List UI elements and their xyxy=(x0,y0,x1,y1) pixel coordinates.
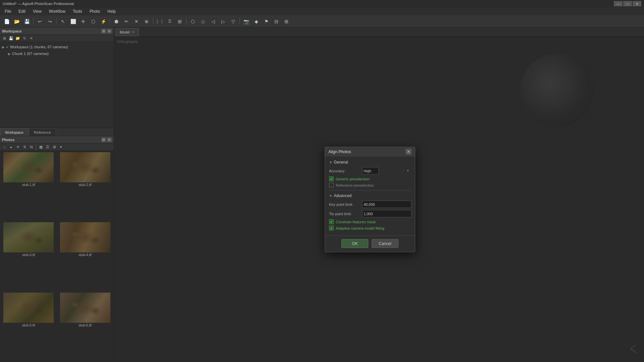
tie-point-input[interactable] xyxy=(362,210,412,218)
photo-thumb-2 xyxy=(60,152,110,182)
workspace-float-button[interactable]: ⊟ xyxy=(101,29,106,34)
ws-save-button[interactable]: 💾 xyxy=(8,36,14,42)
polygon-button[interactable]: ⬟ xyxy=(112,17,121,26)
reference-preselection-label: Reference preselection xyxy=(336,183,374,187)
model-tab-close-icon[interactable]: ✕ xyxy=(132,30,135,34)
app-title: Untitled* — Agisoft PhotoScan Profession… xyxy=(3,2,74,6)
model-tab[interactable]: Model ✕ xyxy=(115,28,139,36)
grid-button[interactable]: ⋮⋮ xyxy=(155,17,164,26)
layer-button[interactable]: ⊟ xyxy=(272,17,281,26)
ws-refresh-button[interactable]: ↻ xyxy=(21,36,28,42)
scale-button[interactable]: ⚡ xyxy=(99,17,108,26)
move-button[interactable]: ✛ xyxy=(78,17,88,26)
ok-button[interactable]: OK xyxy=(341,239,368,248)
menu-bar: File Edit View Workflow Tools Photo Help xyxy=(0,7,644,15)
view5-button[interactable]: ▽ xyxy=(228,17,238,26)
dialog-body: ▼ General Accuracy: Lowest Low Medium xyxy=(325,157,415,236)
marker-button[interactable]: ◆ xyxy=(252,17,261,26)
advanced-section-header[interactable]: ▼ Advanced xyxy=(329,193,411,198)
workspace-panel-header: Workspace ⊟ ✕ xyxy=(0,27,114,35)
cancel-button[interactable]: Cancel xyxy=(372,239,398,248)
adaptive-camera-row[interactable]: ✔ Adaptive camera model fitting xyxy=(329,226,411,231)
ws-remove-button[interactable]: ✕ xyxy=(28,36,34,42)
photos-remove-btn[interactable]: ✕ xyxy=(15,144,21,150)
ws-add-chunk-button[interactable]: ⊞ xyxy=(1,36,7,42)
transform-button[interactable]: ⊞ xyxy=(282,17,291,26)
photos-move-btn[interactable]: ⇅ xyxy=(21,144,28,150)
photos-float-button[interactable]: ⊟ xyxy=(101,137,106,142)
accuracy-select[interactable]: Lowest Low Medium High Highest xyxy=(362,167,379,175)
new-button[interactable]: 📄 xyxy=(2,17,11,26)
view1-button[interactable]: ⬡ xyxy=(188,17,198,26)
rotate-button[interactable]: ⬡ xyxy=(89,17,98,26)
photo-item-1[interactable]: stub-1.tif xyxy=(1,152,57,221)
view4-button[interactable]: ▷ xyxy=(218,17,228,26)
generic-preselection-checkbox[interactable]: ✔ xyxy=(329,177,334,181)
photos-active-btn[interactable]: ● xyxy=(8,144,14,150)
photos-detail-view-btn[interactable]: ⊞ xyxy=(51,144,57,150)
general-section-header[interactable]: ▼ General xyxy=(329,160,411,165)
open-button[interactable]: 📂 xyxy=(12,17,21,26)
link-button[interactable]: ⊕ xyxy=(142,17,151,26)
view2-button[interactable]: ◇ xyxy=(198,17,208,26)
tree-item-workspace[interactable]: ▶ ✔ Workspace (1 chunks, 67 cameras) xyxy=(0,44,114,50)
window-controls: — □ ✕ xyxy=(614,1,641,6)
photos-toolbar: ○ ● ✕ ⇅ ⇆ ▦ ☰ ⊞ ▾ xyxy=(0,143,114,151)
cross-button[interactable]: ✕ xyxy=(132,17,141,26)
undo-button[interactable]: ↩ xyxy=(35,17,45,26)
toolbar-sep-6 xyxy=(239,18,240,25)
left-panel: Workspace ⊟ ✕ ⊞ 💾 📁 ↻ ✕ ▶ ✔ Workspace (1… xyxy=(0,27,114,362)
adaptive-camera-checkbox[interactable]: ✔ xyxy=(329,226,334,231)
maximize-button[interactable]: □ xyxy=(623,1,632,6)
tab-reference[interactable]: Reference xyxy=(29,128,56,136)
main-layout: Workspace ⊟ ✕ ⊞ 💾 📁 ↻ ✕ ▶ ✔ Workspace (1… xyxy=(0,27,644,362)
photos-move2-btn[interactable]: ⇆ xyxy=(28,144,34,150)
photos-circle-btn[interactable]: ○ xyxy=(1,144,7,150)
photo-item-3[interactable]: stub-3.tif xyxy=(1,222,57,291)
menu-file[interactable]: File xyxy=(1,8,14,15)
model-tab-label: Model xyxy=(120,30,130,34)
save-button[interactable]: 💾 xyxy=(22,17,32,26)
photo-item-2[interactable]: stub-2.tif xyxy=(57,152,113,221)
menu-workflow[interactable]: Workflow xyxy=(46,8,69,15)
workspace-close-button[interactable]: ✕ xyxy=(107,29,112,34)
viewport[interactable]: Orthographic Y Z Align Photos ✕ xyxy=(114,37,644,362)
close-button[interactable]: ✕ xyxy=(633,1,641,6)
tab-workspace[interactable]: Workspace xyxy=(0,128,29,136)
paint-button[interactable]: ✏ xyxy=(122,17,131,26)
redo-button[interactable]: ↪ xyxy=(45,17,55,26)
constrain-features-checkbox[interactable]: ✔ xyxy=(329,220,334,224)
reference-preselection-row[interactable]: Reference preselection xyxy=(329,183,411,188)
photo-item-4[interactable]: stub-4.tif xyxy=(57,222,113,291)
generic-preselection-row[interactable]: ✔ Generic preselection xyxy=(329,177,411,181)
filter-button[interactable]: ⊞ xyxy=(175,17,184,26)
rect-select-button[interactable]: ⬜ xyxy=(68,17,78,26)
photos-list-view-btn[interactable]: ☰ xyxy=(45,144,51,150)
menu-view[interactable]: View xyxy=(30,8,45,15)
photo-item-5[interactable]: stub-5.tif xyxy=(1,292,57,361)
menu-help[interactable]: Help xyxy=(104,8,119,15)
select-button[interactable]: ↖ xyxy=(58,17,68,26)
ws-import-button[interactable]: 📁 xyxy=(15,36,21,42)
tree-item-chunk[interactable]: ▶ Chunk 1 (67 cameras) xyxy=(0,50,114,57)
minimize-button[interactable]: — xyxy=(614,1,623,6)
view3-button[interactable]: ◁ xyxy=(208,17,218,26)
accuracy-select-wrapper: Lowest Low Medium High Highest xyxy=(362,167,411,175)
menu-edit[interactable]: Edit xyxy=(15,8,29,15)
camera-button[interactable]: 📷 xyxy=(241,17,251,26)
photo-item-6[interactable]: stub-6.tif xyxy=(57,292,113,361)
dialog-close-button[interactable]: ✕ xyxy=(406,148,412,155)
constrain-features-row[interactable]: ✔ Constrain features mask xyxy=(329,220,411,224)
model-tab-bar: Model ✕ xyxy=(114,27,644,37)
menu-photo[interactable]: Photo xyxy=(86,8,103,15)
photos-close-button[interactable]: ✕ xyxy=(107,137,112,142)
points-button[interactable]: ⠿ xyxy=(165,17,174,26)
key-point-input[interactable] xyxy=(362,201,412,208)
photos-settings-btn[interactable]: ▾ xyxy=(58,144,64,150)
flag-button[interactable]: ⚑ xyxy=(262,17,271,26)
photos-grid-view-btn[interactable]: ▦ xyxy=(38,144,44,150)
menu-tools[interactable]: Tools xyxy=(69,8,86,15)
generic-preselection-label: Generic preselection xyxy=(336,177,370,181)
tree-workspace-label: Workspace (1 chunks, 67 cameras) xyxy=(10,45,68,49)
reference-preselection-checkbox[interactable] xyxy=(329,183,334,188)
